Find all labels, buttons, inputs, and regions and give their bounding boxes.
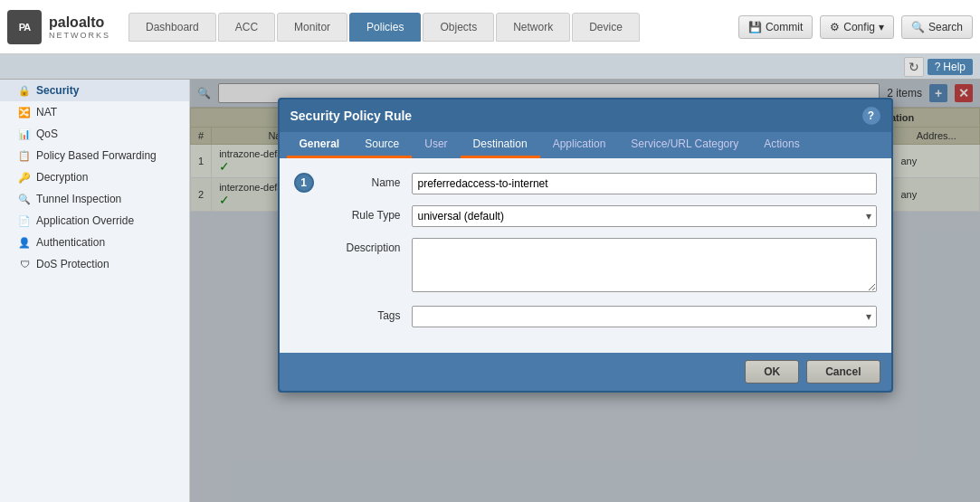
sidebar-item-tunnel-inspection[interactable]: 🔍 Tunnel Inspection — [0, 188, 189, 210]
security-policy-rule-dialog: Security Policy Rule ? General Source Us… — [278, 98, 893, 393]
rule-type-field: universal (default) intrazone interzone … — [412, 205, 877, 227]
nat-icon: 🔀 — [18, 106, 31, 118]
sidebar-item-authentication[interactable]: 👤 Authentication — [0, 232, 189, 253]
cancel-button[interactable]: Cancel — [806, 360, 880, 384]
dialog-footer: OK Cancel — [280, 353, 891, 391]
tab-monitor[interactable]: Monitor — [277, 13, 347, 42]
name-field — [412, 173, 877, 194]
tab-objects[interactable]: Objects — [423, 13, 494, 42]
brand-name: paloalto — [49, 14, 110, 31]
dos-protection-icon: 🛡 — [18, 258, 31, 270]
dialog-tab-general[interactable]: General — [287, 132, 353, 158]
dialog-title: Security Policy Rule — [290, 109, 413, 123]
tunnel-inspection-icon: 🔍 — [18, 193, 31, 205]
tab-policies[interactable]: Policies — [349, 13, 421, 42]
tags-field: ▾ — [412, 306, 877, 327]
logo-text: paloalto NETWORKS — [49, 14, 110, 40]
sidebar-label-security: Security — [36, 84, 79, 97]
tab-device[interactable]: Device — [572, 13, 640, 42]
top-actions: 💾 Commit ⚙ Config ▾ 🔍 Search — [738, 15, 973, 39]
sidebar-item-security[interactable]: 🔒 Security — [0, 80, 189, 101]
tab-acc[interactable]: ACC — [218, 13, 275, 42]
form-row-name: Name — [321, 173, 877, 194]
config-icon: ⚙ — [830, 21, 840, 33]
sidebar-label-tunnel-inspection: Tunnel Inspection — [36, 193, 121, 205]
dialog-tab-application[interactable]: Application — [540, 132, 619, 158]
help-icon: ? — [935, 61, 941, 73]
help-button[interactable]: ? Help — [928, 59, 973, 75]
sidebar-label-app-override: Application Override — [36, 214, 134, 227]
rule-type-label: Rule Type — [321, 205, 412, 222]
name-input[interactable] — [412, 173, 877, 194]
config-chevron-icon: ▾ — [879, 21, 884, 33]
sidebar-item-qos[interactable]: 📊 QoS — [0, 123, 189, 145]
tab-dashboard[interactable]: Dashboard — [128, 13, 216, 42]
main: 🔒 Security 🔀 NAT 📊 QoS 📋 Policy Based Fo… — [0, 80, 980, 502]
sidebar-label-pbf: Policy Based Forwarding — [36, 149, 157, 162]
form-row-rule-type: Rule Type universal (default) intrazone … — [321, 205, 877, 227]
form-row-description: Description — [321, 238, 877, 295]
tags-select[interactable] — [412, 306, 877, 327]
topbar: PA paloalto NETWORKS Dashboard ACC Monit… — [0, 0, 980, 54]
logo-icon: PA — [19, 22, 30, 33]
form-row-tags: Tags ▾ — [321, 306, 877, 327]
sidebar: 🔒 Security 🔀 NAT 📊 QoS 📋 Policy Based Fo… — [0, 80, 190, 502]
dialog-tab-actions[interactable]: Actions — [751, 132, 812, 158]
dialog-tab-service[interactable]: Service/URL Category — [618, 132, 751, 158]
config-button[interactable]: ⚙ Config ▾ — [820, 15, 894, 39]
description-label: Description — [321, 238, 412, 254]
search-label: Search — [928, 21, 963, 33]
logo-box: PA — [7, 10, 42, 44]
logo: PA paloalto NETWORKS — [7, 10, 110, 44]
name-label: Name — [321, 173, 412, 189]
description-textarea[interactable] — [412, 238, 877, 292]
nav-tabs: Dashboard ACC Monitor Policies Objects N… — [128, 13, 738, 42]
dialog-tabs: General Source User Destination Applicat… — [280, 132, 891, 158]
tab-network[interactable]: Network — [496, 13, 570, 42]
search-icon: 🔍 — [911, 21, 925, 33]
tags-label: Tags — [321, 306, 412, 322]
dialog-content: 1 Name Rule Type — [280, 158, 891, 353]
refresh-button[interactable]: ↻ — [904, 57, 924, 77]
dialog-title-bar: Security Policy Rule ? — [280, 99, 891, 132]
sidebar-item-dos-protection[interactable]: 🛡 DoS Protection — [0, 253, 189, 275]
pbf-icon: 📋 — [18, 149, 31, 162]
description-field — [412, 238, 877, 295]
sidebar-label-dos-protection: DoS Protection — [36, 258, 109, 270]
content: 🔍 2 items + ✕ Source Destination # Name … — [190, 80, 980, 502]
ok-button[interactable]: OK — [745, 360, 799, 384]
dialog-overlay: Security Policy Rule ? General Source Us… — [190, 80, 980, 502]
commit-button[interactable]: 💾 Commit — [738, 15, 813, 39]
dialog-help-button[interactable]: ? — [862, 107, 880, 125]
sidebar-item-pbf[interactable]: 📋 Policy Based Forwarding — [0, 145, 189, 166]
commit-icon: 💾 — [748, 21, 762, 33]
dialog-tab-user[interactable]: User — [412, 132, 460, 158]
config-label: Config — [843, 21, 875, 33]
sidebar-label-decryption: Decryption — [36, 171, 88, 184]
sidebar-item-nat[interactable]: 🔀 NAT — [0, 101, 189, 123]
dialog-tab-destination[interactable]: Destination — [461, 132, 540, 158]
rule-type-select[interactable]: universal (default) intrazone interzone — [412, 205, 877, 227]
authentication-icon: 👤 — [18, 236, 31, 249]
sidebar-label-nat: NAT — [36, 106, 57, 118]
sidebar-label-qos: QoS — [36, 128, 58, 140]
sidebar-item-app-override[interactable]: 📄 Application Override — [0, 210, 189, 232]
qos-icon: 📊 — [18, 128, 31, 140]
second-bar: ↻ ? Help — [0, 54, 980, 80]
dialog-tab-source[interactable]: Source — [352, 132, 412, 158]
commit-label: Commit — [766, 21, 803, 33]
brand-sub: NETWORKS — [49, 31, 110, 40]
sidebar-item-decryption[interactable]: 🔑 Decryption — [0, 166, 189, 188]
step-indicator: 1 — [294, 173, 314, 193]
security-icon: 🔒 — [18, 84, 31, 97]
sidebar-label-authentication: Authentication — [36, 236, 105, 249]
app-override-icon: 📄 — [18, 214, 31, 227]
help-label: Help — [943, 61, 966, 73]
decryption-icon: 🔑 — [18, 171, 31, 184]
search-button[interactable]: 🔍 Search — [901, 15, 973, 39]
